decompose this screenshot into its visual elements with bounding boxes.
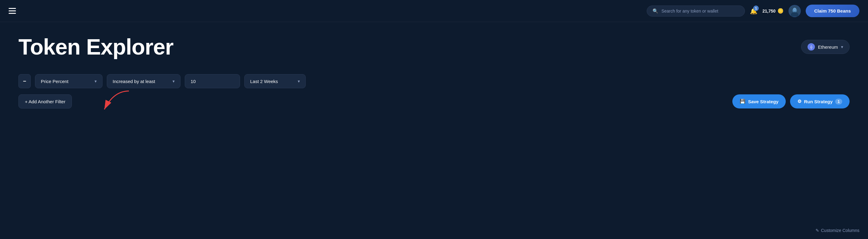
time-select[interactable]: Last 2 Weeks ▾	[244, 74, 306, 88]
edit-icon: ✎	[815, 228, 819, 233]
filter-section: − Price Percent ▾ Increased by at least …	[19, 74, 849, 108]
search-icon: 🔍	[653, 8, 658, 14]
filter-value-input[interactable]	[185, 74, 240, 88]
increased-by-label: Increased by at least	[113, 79, 169, 84]
chevron-down-icon: ▾	[841, 44, 843, 49]
run-strategy-label: Run Strategy	[804, 99, 832, 104]
search-placeholder: Search for any token or wallet	[661, 8, 718, 13]
chevron-down-icon: ▾	[298, 79, 300, 83]
customize-columns-label: Customize Columns	[821, 228, 859, 233]
svg-point-4	[793, 8, 796, 10]
run-strategy-button[interactable]: ⚙ Run Strategy 1	[790, 94, 849, 108]
ethereum-icon: ⟠	[808, 43, 815, 50]
price-percent-label: Price Percent	[41, 79, 91, 84]
filter-row: − Price Percent ▾ Increased by at least …	[19, 74, 849, 88]
run-badge: 1	[835, 99, 842, 104]
notification-area[interactable]: 🔔 1	[750, 7, 757, 15]
chevron-down-icon: ▾	[95, 79, 97, 83]
main-content: Token Explorer ⟠ Ethereum ▾ − Price Perc…	[0, 22, 868, 121]
save-strategy-label: Save Strategy	[748, 99, 778, 104]
hamburger-menu-icon[interactable]	[9, 8, 16, 14]
navbar-left	[9, 8, 16, 14]
price-percent-select[interactable]: Price Percent ▾	[35, 74, 102, 88]
page-header: Token Explorer ⟠ Ethereum ▾	[19, 34, 849, 60]
add-filter-button[interactable]: + Add Another Filter	[19, 94, 72, 108]
avatar[interactable]	[788, 5, 801, 17]
navbar: 🔍 Search for any token or wallet 🔔 1 21,…	[0, 0, 868, 22]
time-label: Last 2 Weeks	[250, 79, 294, 84]
chevron-down-icon: ▾	[173, 79, 175, 83]
network-selector[interactable]: ⟠ Ethereum ▾	[801, 40, 849, 54]
increased-by-select[interactable]: Increased by at least ▾	[107, 74, 181, 88]
notification-count: 1	[753, 5, 759, 11]
bottom-row: + Add Another Filter 💾 Save Strategy ⚙ R…	[19, 94, 849, 108]
filter-icon: ⚙	[797, 99, 801, 104]
customize-columns[interactable]: ✎ Customize Columns	[815, 228, 859, 233]
network-label: Ethereum	[818, 44, 838, 49]
save-icon: 💾	[740, 99, 746, 104]
action-buttons: 💾 Save Strategy ⚙ Run Strategy 1	[732, 94, 849, 108]
remove-filter-button[interactable]: −	[19, 74, 31, 88]
claim-button[interactable]: Claim 750 Beans	[806, 5, 859, 17]
search-bar[interactable]: 🔍 Search for any token or wallet	[647, 5, 745, 16]
page-title: Token Explorer	[19, 34, 174, 60]
save-strategy-button[interactable]: 💾 Save Strategy	[732, 94, 786, 108]
beans-area: 21,750 🪙	[763, 8, 784, 14]
beans-icon: 🪙	[777, 8, 784, 14]
navbar-right: 🔍 Search for any token or wallet 🔔 1 21,…	[647, 5, 859, 17]
beans-count: 21,750	[763, 8, 776, 13]
